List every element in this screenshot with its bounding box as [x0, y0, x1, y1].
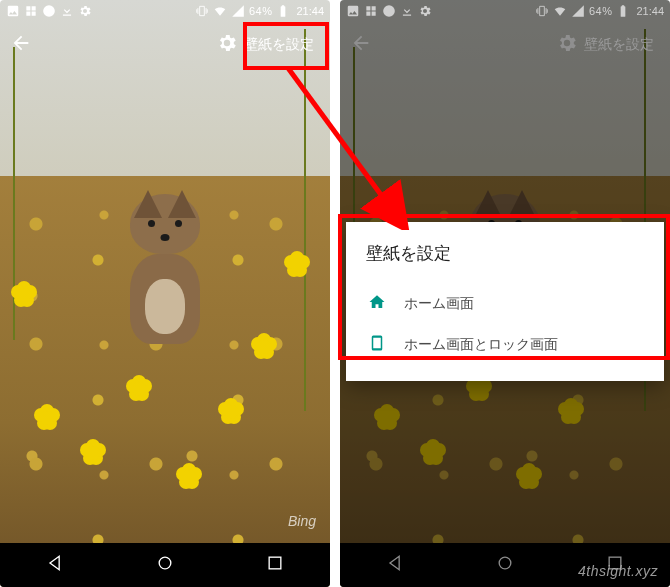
android-nav-bar	[0, 543, 330, 587]
dialog-option-label: ホーム画面	[404, 295, 474, 313]
svg-point-2	[499, 557, 511, 569]
wallpaper-subject-fox	[110, 194, 220, 344]
app-bar: 壁紙を設定	[0, 22, 330, 68]
vibrate-icon	[535, 4, 549, 18]
app-bar: 壁紙を設定	[340, 22, 670, 68]
comparison-stage: 64% 21:44 壁紙を設定 Bing	[0, 0, 670, 587]
image-icon	[6, 4, 20, 18]
battery-icon	[276, 4, 290, 18]
wallpaper-preview	[0, 0, 330, 587]
nav-back-button[interactable]	[385, 553, 405, 577]
phone-left: 64% 21:44 壁紙を設定 Bing	[0, 0, 330, 587]
svg-rect-1	[269, 557, 281, 569]
wifi-icon	[213, 4, 227, 18]
status-bar: 64% 21:44	[340, 0, 670, 22]
battery-text: 64%	[249, 5, 273, 17]
clock-text: 21:44	[636, 5, 664, 17]
set-wallpaper-button[interactable]: 壁紙を設定	[578, 32, 660, 58]
svg-rect-3	[609, 557, 621, 569]
back-button[interactable]	[350, 32, 372, 58]
svg-point-0	[159, 557, 171, 569]
phone-icon	[368, 334, 386, 355]
dialog-option-home-and-lock[interactable]: ホーム画面とロック画面	[366, 324, 644, 365]
nav-back-button[interactable]	[45, 553, 65, 577]
dialog-option-home[interactable]: ホーム画面	[366, 283, 644, 324]
dialog-option-label: ホーム画面とロック画面	[404, 336, 558, 354]
vibrate-icon	[195, 4, 209, 18]
nav-home-button[interactable]	[155, 553, 175, 577]
battery-text: 64%	[589, 5, 613, 17]
signal-icon	[231, 4, 245, 18]
signal-icon	[571, 4, 585, 18]
dialog-title: 壁紙を設定	[366, 242, 644, 265]
bing-watermark: Bing	[288, 513, 316, 529]
download-icon	[60, 4, 74, 18]
phone-right: 64% 21:44 壁紙を設定 壁紙を設定 ホーム画面	[340, 0, 670, 587]
nav-home-button[interactable]	[495, 553, 515, 577]
settings-status-icon	[78, 4, 92, 18]
set-wallpaper-button[interactable]: 壁紙を設定	[238, 32, 320, 58]
image-icon	[346, 4, 360, 18]
settings-button[interactable]	[216, 32, 238, 58]
settings-button[interactable]	[556, 32, 578, 58]
wifi-icon	[553, 4, 567, 18]
nav-recent-button[interactable]	[605, 553, 625, 577]
status-bar: 64% 21:44	[0, 0, 330, 22]
copyright-icon	[382, 4, 396, 18]
download-icon	[400, 4, 414, 18]
gallery-icon	[364, 4, 378, 18]
battery-icon	[616, 4, 630, 18]
back-button[interactable]	[10, 32, 32, 58]
copyright-icon	[42, 4, 56, 18]
settings-status-icon	[418, 4, 432, 18]
nav-recent-button[interactable]	[265, 553, 285, 577]
set-wallpaper-dialog: 壁紙を設定 ホーム画面 ホーム画面とロック画面	[346, 222, 664, 381]
home-icon	[368, 293, 386, 314]
android-nav-bar	[340, 543, 670, 587]
clock-text: 21:44	[296, 5, 324, 17]
gallery-icon	[24, 4, 38, 18]
